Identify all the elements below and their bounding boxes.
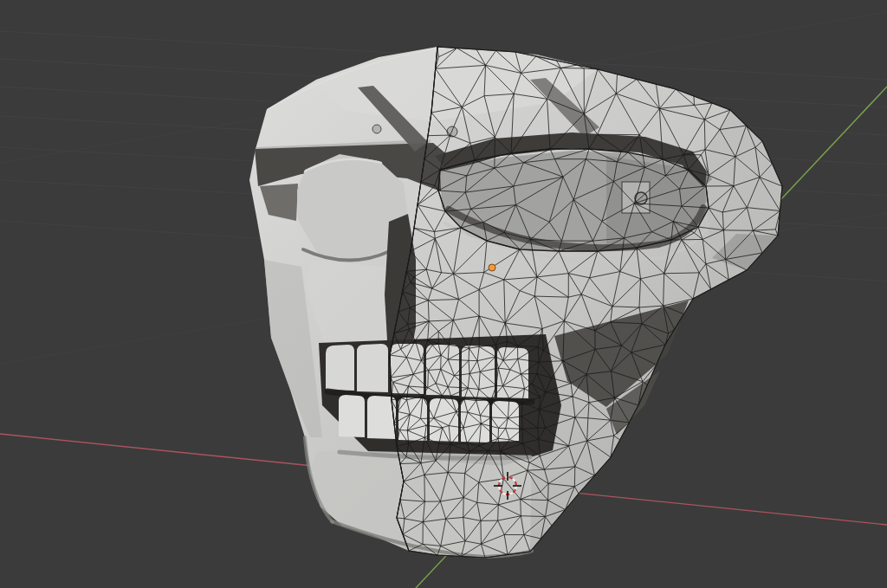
- upper-tooth: [326, 345, 354, 391]
- mesh-edge: [415, 340, 427, 341]
- mesh-edge: [521, 403, 522, 417]
- blender-3d-viewport[interactable]: [0, 0, 887, 588]
- mesh-edge: [399, 430, 407, 430]
- mesh-edge: [521, 373, 536, 374]
- mesh-edge: [694, 96, 695, 105]
- mesh-edge: [469, 348, 469, 360]
- mesh-edge: [428, 371, 429, 388]
- viewport-canvas[interactable]: [0, 0, 887, 588]
- mesh-edge: [421, 418, 434, 419]
- selected-vertex[interactable]: [489, 264, 495, 271]
- mesh-edge: [548, 484, 549, 501]
- lower-tooth: [339, 395, 365, 437]
- mini-bolt-left: [372, 125, 381, 133]
- upper-tooth: [497, 347, 528, 398]
- upper-tooth: [357, 344, 388, 392]
- mesh-edge: [495, 137, 495, 168]
